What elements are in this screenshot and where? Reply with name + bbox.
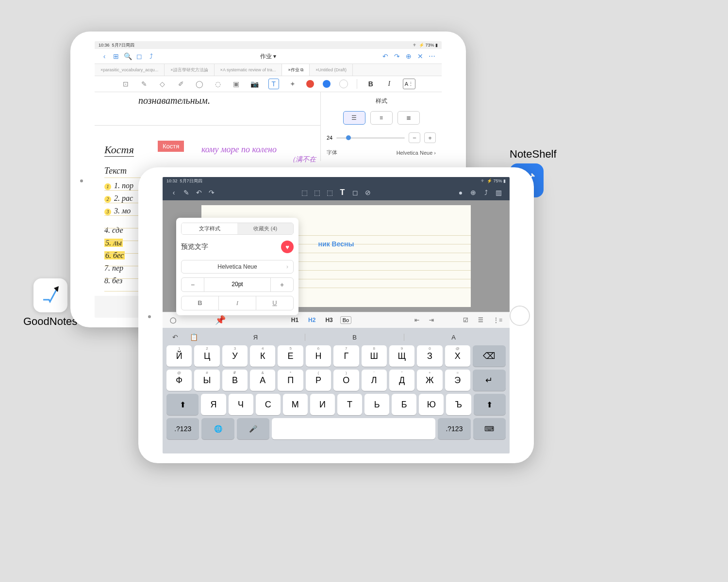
kb-paste-icon[interactable]: 📋: [188, 333, 199, 341]
align-right-button[interactable]: ≣: [397, 111, 420, 125]
font-size-slider[interactable]: [336, 137, 405, 139]
underline-button[interactable]: U: [256, 296, 293, 310]
shape-tool-icon[interactable]: ◻: [349, 186, 362, 199]
kb-key[interactable]: Ъ: [446, 394, 471, 415]
tab-3[interactable]: × 作业 ⧉: [282, 64, 310, 76]
bookmark-icon[interactable]: ◻: [133, 50, 145, 63]
h1-button[interactable]: H1: [289, 316, 301, 324]
tab-2[interactable]: × A systematic review of tra...: [215, 64, 282, 76]
pointer-tool-icon[interactable]: ✦: [288, 79, 298, 89]
italic-button[interactable]: I: [384, 79, 394, 89]
bold-button[interactable]: B: [182, 296, 219, 310]
undo-icon[interactable]: ↶: [193, 186, 205, 199]
kb-key[interactable]: 'Л: [362, 370, 387, 391]
highlighter-tool-icon[interactable]: ✐: [176, 79, 186, 89]
align-justify-button[interactable]: ☰: [343, 111, 365, 125]
font-row[interactable]: 字体 Helvetica Neue ›: [327, 149, 436, 156]
kb-key[interactable]: 2Ц: [194, 345, 219, 367]
tab-0[interactable]: × parasitic_vocabulary_acqu...: [95, 64, 165, 76]
color-white[interactable]: [339, 80, 348, 88]
kb-sug-2[interactable]: В: [305, 334, 404, 341]
kb-num-key-2[interactable]: .?123: [438, 418, 470, 439]
kb-mic-key[interactable]: 🎤: [237, 418, 269, 439]
kb-key[interactable]: И: [310, 394, 335, 415]
kb-num-key[interactable]: .?123: [166, 418, 199, 439]
text-tool-icon[interactable]: T: [268, 79, 279, 89]
tab-1[interactable]: × 語言學研究方法論: [165, 64, 214, 76]
kb-key[interactable]: 7Г: [333, 345, 359, 367]
kb-key[interactable]: +Ж: [417, 370, 442, 391]
kb-shift-key[interactable]: ⬆: [474, 394, 506, 415]
camera-tool-icon[interactable]: 📷: [250, 79, 260, 89]
canvas-area[interactable]: ник Весны 文字样式 收藏夹 (4) 预览文字 ♥ Helvetica …: [163, 200, 510, 312]
kb-key[interactable]: *П: [278, 370, 303, 391]
kb-key[interactable]: &А: [250, 370, 275, 391]
record-icon[interactable]: ●: [454, 186, 467, 199]
kb-key[interactable]: (Р: [306, 370, 331, 391]
font-picker[interactable]: Helvetica Neue›: [181, 260, 294, 274]
align-center-button[interactable]: ≡: [370, 111, 393, 125]
grid-icon[interactable]: ⊞: [110, 50, 122, 63]
kb-key[interactable]: Ю: [419, 394, 444, 415]
kb-key[interactable]: @Х: [445, 345, 470, 367]
numberlist-icon[interactable]: ⋮≡: [491, 316, 505, 324]
color-blue[interactable]: [323, 80, 331, 88]
kb-key[interactable]: #Ы: [194, 370, 219, 391]
kb-key[interactable]: =Э: [445, 370, 470, 391]
italic-button[interactable]: I: [219, 296, 256, 310]
kb-key[interactable]: М: [283, 394, 308, 415]
redo-icon[interactable]: ↷: [391, 50, 403, 63]
fb-bullet-icon[interactable]: ◯: [167, 316, 179, 324]
font-size-minus[interactable]: −: [409, 132, 420, 143]
h2-button[interactable]: H2: [306, 316, 318, 324]
add-icon[interactable]: ⊕: [467, 186, 480, 199]
shape-tool-icon[interactable]: ◯: [195, 79, 204, 89]
kb-key[interactable]: @Ф: [166, 370, 192, 391]
kb-key[interactable]: 1Й: [166, 345, 192, 367]
kb-key[interactable]: Ч: [229, 394, 253, 415]
pen-settings-icon[interactable]: ✎: [180, 186, 193, 199]
kb-key[interactable]: )О: [333, 370, 359, 391]
tab-text-style[interactable]: 文字样式: [182, 223, 237, 234]
kb-sug-3[interactable]: А: [404, 334, 503, 341]
typed-text-badge[interactable]: Костя: [158, 141, 184, 152]
lasso-tool-icon[interactable]: ⊘: [362, 186, 374, 199]
back-icon[interactable]: ‹: [99, 50, 110, 63]
kb-globe-key[interactable]: 🌐: [201, 418, 234, 439]
outdent-icon[interactable]: ⇤: [412, 316, 422, 324]
kb-key[interactable]: "Д: [389, 370, 414, 391]
kb-shift-key[interactable]: ⬆: [166, 394, 199, 415]
pages-icon[interactable]: ▥: [492, 186, 505, 199]
kb-key[interactable]: ₽В: [222, 370, 248, 391]
kb-undo-icon[interactable]: ↶: [169, 333, 181, 341]
text-tool-icon[interactable]: T: [336, 186, 349, 199]
kb-space-key[interactable]: [272, 418, 435, 439]
lasso-tool-icon[interactable]: ◌: [213, 79, 223, 89]
zoom-tool-icon[interactable]: ⊡: [121, 79, 131, 89]
kb-key[interactable]: 4К: [250, 345, 275, 367]
share-icon[interactable]: ⤴: [145, 50, 157, 63]
kb-key[interactable]: Я: [201, 394, 226, 415]
checklist-icon[interactable]: ☑: [461, 316, 471, 324]
kb-key[interactable]: 6Н: [306, 345, 331, 367]
kb-return-key[interactable]: ↵: [473, 370, 506, 391]
close-icon[interactable]: ✕: [414, 50, 426, 63]
tab-4[interactable]: × Untitled (Draft): [310, 64, 353, 76]
kb-key[interactable]: Б: [392, 394, 416, 415]
add-page-icon[interactable]: ⊕: [403, 50, 414, 63]
redo-icon[interactable]: ↷: [205, 186, 218, 199]
kb-key[interactable]: 5Е: [278, 345, 303, 367]
back-icon[interactable]: ‹: [167, 186, 180, 199]
kb-backspace-key[interactable]: ⌫: [473, 345, 506, 367]
bold-button[interactable]: B: [366, 79, 376, 89]
highlighter-tool-icon[interactable]: ⬚: [311, 186, 324, 199]
font-size-plus[interactable]: +: [424, 132, 436, 143]
search-icon[interactable]: 🔍: [122, 50, 133, 63]
eraser-tool-icon[interactable]: ⬚: [324, 186, 336, 199]
doc-title[interactable]: 作业 ▾: [157, 52, 380, 61]
textstyle-button[interactable]: A⋮: [403, 79, 415, 89]
tab-favorites[interactable]: 收藏夹 (4): [237, 223, 293, 234]
kb-key[interactable]: Т: [337, 394, 362, 415]
favorite-button[interactable]: ♥: [281, 241, 294, 253]
more-icon[interactable]: ⋯: [426, 50, 438, 63]
